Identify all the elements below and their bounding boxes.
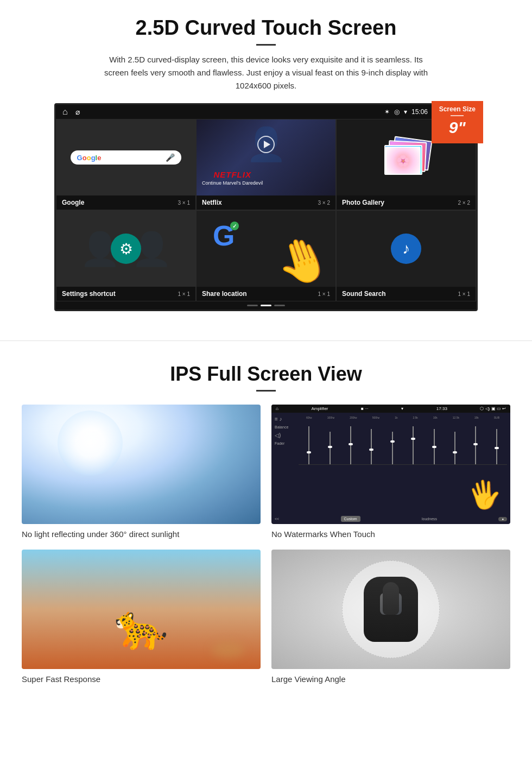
- play-triangle-icon: [264, 141, 270, 148]
- eq-toggle[interactable]: ●: [498, 517, 507, 521]
- title-divider: [256, 44, 276, 46]
- app-cell-sound[interactable]: ♪ Sound Search 1 × 1: [336, 210, 476, 301]
- app-grid-row2: 👤 👤 ⚙ Settings shortcut 1 × 1 G ✓: [56, 210, 476, 301]
- eq-content: ≡ ♪ Balance ◁) Fader 60hz 100hz 200hz: [271, 413, 510, 514]
- freq-100hz: 100hz: [327, 416, 335, 419]
- dot-1[interactable]: [247, 305, 258, 306]
- eq-freq-labels: 60hz 100hz 200hz 500hz 1k 2.5k 10k 12.5k…: [299, 416, 507, 419]
- google-search-bar[interactable]: Google 🎤: [71, 150, 182, 165]
- home-icon[interactable]: ⌂: [62, 107, 68, 117]
- sunlight-visual: [22, 405, 261, 524]
- cheetah-image: 🐆: [22, 550, 261, 669]
- netflix-label-row: Netflix 3 × 2: [197, 195, 335, 210]
- eq-home-icon: ⌂: [276, 406, 278, 411]
- google-app-size: 3 × 1: [178, 200, 190, 206]
- freq-60hz: 60hz: [306, 416, 312, 419]
- bar-10[interactable]: [496, 429, 497, 464]
- car-image: [271, 550, 510, 669]
- status-bar: ⌂ ⌀ ✶ ◎ ▾ 15:06 ⬡ ◁) ▣ ▭: [56, 105, 476, 119]
- eq-touch-hand: 🖐: [465, 476, 504, 513]
- play-button[interactable]: [257, 136, 275, 153]
- feature-cheetah: 🐆 Super Fast Response: [22, 550, 261, 684]
- feature-grid: No light reflecting under 360° direct su…: [22, 405, 510, 684]
- feature-amplifier: ⌂ Amplifier ■ ··· ▾ 17:33 ⬡ ◁) ▣ ▭ ↩ ≡ ♪…: [271, 405, 510, 539]
- gallery-app-name: Photo Gallery: [342, 199, 384, 206]
- cheetah-visual: 🐆: [22, 550, 261, 669]
- hand-pointing-icon: 🤚: [269, 228, 335, 287]
- amplifier-label: No Watermarks When Touch: [271, 529, 510, 539]
- bar-7[interactable]: [434, 429, 435, 464]
- sound-app-size: 1 × 1: [458, 291, 470, 297]
- netflix-app-size: 3 × 2: [318, 200, 330, 206]
- eq-custom-button[interactable]: Custom: [341, 516, 360, 522]
- app-cell-settings[interactable]: 👤 👤 ⚙ Settings shortcut 1 × 1: [56, 210, 196, 301]
- freq-200hz: 200hz: [350, 416, 357, 419]
- bar-5[interactable]: [392, 432, 393, 464]
- google-logo: Google: [77, 154, 102, 162]
- app-cell-share[interactable]: G ✓ 🤚 Share location 1 × 1: [196, 210, 336, 301]
- settings-app-inner: 👤 👤 ⚙: [56, 211, 195, 287]
- eq-nav-left[interactable]: <<: [275, 517, 279, 521]
- freq-1k: 1k: [395, 416, 397, 419]
- netflix-app-inner: 👤 NETFLIX Continue Marvel's Daredevil: [197, 119, 335, 195]
- section2-title: IPS Full Screen View: [22, 363, 510, 386]
- freq-10k: 10k: [433, 416, 438, 419]
- sound-app-inner: ♪: [337, 211, 476, 287]
- flower-photo: 🌸: [385, 147, 421, 175]
- bar-1[interactable]: [308, 426, 309, 464]
- car-label: Large Viewing Angle: [271, 674, 510, 684]
- eq-time: 17:33: [436, 406, 447, 411]
- share-app-size: 1 × 1: [318, 291, 330, 297]
- eq-volume-icon: ◁): [275, 432, 296, 438]
- google-app-inner: Google 🎤: [56, 119, 195, 195]
- eq-control-icons: ≡ ♪: [275, 416, 296, 422]
- bar-2[interactable]: [330, 432, 331, 464]
- eq-loudness-label: loudness: [422, 517, 437, 521]
- app-grid-row1: Google 🎤 Google 3 × 1: [56, 119, 476, 210]
- status-bar-left: ⌂ ⌀: [62, 107, 80, 117]
- location-icon: ◎: [394, 108, 400, 116]
- screen-size-badge: Screen Size 9": [432, 101, 483, 143]
- eq-title: Amplifier: [311, 406, 328, 411]
- share-app-inner: G ✓ 🤚: [197, 211, 335, 287]
- section-divider: [0, 340, 532, 341]
- settings-icon-circle: ⚙: [111, 234, 141, 264]
- section1-description: With 2.5D curved-display screen, this de…: [103, 53, 429, 92]
- feature-sunlight: No light reflecting under 360° direct su…: [22, 405, 261, 539]
- badge-label: Screen Size: [439, 105, 476, 113]
- bar-8[interactable]: [454, 432, 455, 464]
- bar-6[interactable]: [413, 426, 414, 464]
- amplifier-visual: ⌂ Amplifier ■ ··· ▾ 17:33 ⬡ ◁) ▣ ▭ ↩ ≡ ♪…: [271, 405, 510, 524]
- bar-3[interactable]: [350, 426, 351, 464]
- dot-3[interactable]: [274, 305, 285, 306]
- maps-checkmark: ✓: [230, 222, 239, 230]
- bluetooth-icon: ✶: [384, 108, 390, 116]
- app-cell-netflix[interactable]: 👤 NETFLIX Continue Marvel's Daredevil Ne…: [196, 119, 336, 210]
- badge-divider: [451, 115, 464, 116]
- freq-sub: SUB: [494, 416, 499, 419]
- amplifier-image: ⌂ Amplifier ■ ··· ▾ 17:33 ⬡ ◁) ▣ ▭ ↩ ≡ ♪…: [271, 405, 510, 524]
- eq-balance-label: Balance: [275, 425, 296, 429]
- time-display: 15:06: [411, 108, 428, 116]
- sound-app-name: Sound Search: [342, 290, 386, 298]
- section2-divider: [256, 390, 276, 392]
- netflix-app-name: Netflix: [202, 199, 222, 206]
- netflix-branding: NETFLIX Continue Marvel's Daredevil: [202, 170, 263, 186]
- app-cell-google[interactable]: Google 🎤 Google 3 × 1: [56, 119, 196, 210]
- car-top-view: [353, 566, 429, 653]
- dot-2[interactable]: [261, 305, 271, 306]
- screen-mockup-wrapper: Screen Size 9" ⌂ ⌀ ✶ ◎ ▾ 15:06 ⬡ ◁) ▣: [54, 103, 478, 311]
- curved-screen-section: 2.5D Curved Touch Screen With 2.5D curve…: [0, 0, 532, 324]
- eq-wifi: ▾: [401, 406, 403, 411]
- eq-fader-label: Fader: [275, 441, 296, 445]
- freq-2_5k: 2.5k: [413, 416, 417, 419]
- eq-sidebar: ≡ ♪ Balance ◁) Fader: [275, 416, 296, 510]
- bar-4[interactable]: [371, 429, 372, 464]
- dust-cloud: [212, 642, 244, 658]
- usb-icon: ⌀: [75, 108, 80, 116]
- mic-icon[interactable]: 🎤: [166, 153, 175, 162]
- car-roof: [383, 582, 399, 615]
- netflix-subtitle: Continue Marvel's Daredevil: [202, 180, 263, 186]
- gallery-app-size: 2 × 2: [458, 200, 470, 206]
- bar-9[interactable]: [475, 426, 476, 464]
